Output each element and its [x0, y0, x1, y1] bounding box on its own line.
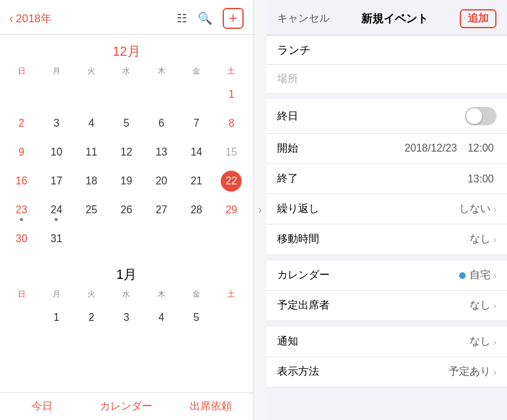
end-row[interactable]: 終了 13:00: [267, 164, 507, 194]
display-value: 予定あり: [449, 365, 491, 379]
day-12[interactable]: 12: [109, 138, 144, 166]
day-empty: [109, 225, 144, 253]
day-15[interactable]: 15: [214, 138, 249, 166]
jan-day-2[interactable]: 2: [74, 304, 109, 331]
day-empty: [144, 225, 179, 253]
day-empty: [4, 81, 39, 108]
day-11[interactable]: 11: [74, 138, 109, 166]
day-22-today[interactable]: 22: [214, 167, 249, 195]
repeat-row[interactable]: 繰り返し しない ›: [267, 194, 507, 224]
calendar-chevron-icon: ›: [493, 270, 496, 281]
weekday-sat: 土: [214, 64, 249, 78]
calendar-row[interactable]: カレンダー 自宅 ›: [267, 261, 507, 291]
day-1[interactable]: 1: [214, 81, 249, 108]
day-25[interactable]: 25: [74, 196, 109, 224]
notification-value: なし: [470, 335, 491, 348]
jan-weekday-wed: 水: [109, 287, 144, 301]
calendar-header: ‹ 2018年 ☷ 🔍 +: [0, 0, 253, 35]
day-empty: [214, 225, 249, 253]
january-days-grid: 1 2 3 4 5: [4, 304, 249, 331]
calendar-panel: ‹ 2018年 ☷ 🔍 + 12月 日 月 火 水 木 金 土: [0, 0, 254, 420]
allday-toggle[interactable]: [465, 107, 496, 125]
day-24[interactable]: 24: [39, 196, 74, 224]
cancel-button[interactable]: キャンセル: [277, 12, 330, 26]
day-29[interactable]: 29: [214, 196, 249, 224]
day-10[interactable]: 10: [39, 138, 74, 166]
calendar-footer: 今日 カレンダー 出席依頼: [0, 392, 253, 420]
add-button[interactable]: 追加: [460, 9, 496, 28]
day-31[interactable]: 31: [39, 225, 74, 253]
day-empty: [144, 81, 179, 108]
event-location-field[interactable]: [267, 65, 507, 93]
day-30[interactable]: 30: [4, 225, 39, 253]
weekdays-row: 日 月 火 水 木 金 土: [4, 64, 249, 78]
day-18[interactable]: 18: [74, 167, 109, 195]
event-location-input[interactable]: [277, 73, 496, 85]
day-20[interactable]: 20: [144, 167, 179, 195]
jan-weekday-tue: 火: [74, 287, 109, 301]
day-13[interactable]: 13: [144, 138, 179, 166]
december-days-grid: 1 2 3 4 5 6 7 8 9 10 11 12 13 14 15 16 1…: [4, 81, 249, 253]
january-title: 1月: [4, 258, 249, 287]
add-event-button[interactable]: +: [223, 8, 244, 29]
jan-day-4[interactable]: 4: [144, 304, 179, 331]
jan-day-3[interactable]: 3: [109, 304, 144, 331]
end-label: 終了: [277, 172, 468, 186]
day-19[interactable]: 19: [109, 167, 144, 195]
day-empty: [179, 81, 213, 108]
day-27[interactable]: 27: [144, 196, 179, 224]
search-icon[interactable]: 🔍: [198, 11, 212, 26]
calendar-header-icons: ☷ 🔍 +: [177, 8, 244, 29]
back-icon[interactable]: ‹: [9, 12, 13, 26]
event-name-field[interactable]: [267, 35, 507, 65]
weekday-fri: 金: [179, 64, 213, 78]
display-row[interactable]: 表示方法 予定あり ›: [267, 357, 507, 387]
day-8[interactable]: 8: [214, 110, 249, 137]
day-28[interactable]: 28: [179, 196, 213, 224]
calendar-button[interactable]: カレンダー: [84, 400, 168, 413]
day-21[interactable]: 21: [179, 167, 213, 195]
list-icon[interactable]: ☷: [177, 11, 187, 26]
day-4[interactable]: 4: [74, 110, 109, 137]
weekday-tue: 火: [74, 64, 109, 78]
event-form-body: 終日 開始 2018/12/23 12:00 終了 13:00 繰り返し しない…: [267, 35, 507, 420]
jan-weekday-thu: 木: [144, 287, 179, 301]
jan-day-1[interactable]: 1: [39, 304, 74, 331]
travel-row[interactable]: 移動時間 なし ›: [267, 224, 507, 254]
calendar-header-left: ‹ 2018年: [9, 11, 177, 26]
attendance-button[interactable]: 出席依頼: [169, 400, 253, 413]
day-2[interactable]: 2: [4, 110, 39, 137]
end-value: 13:00: [468, 173, 494, 185]
event-name-input[interactable]: [277, 43, 496, 56]
calendar-dot-icon: [459, 272, 466, 279]
allday-row[interactable]: 終日: [267, 99, 507, 134]
calendar-body: 12月 日 月 火 水 木 金 土 1 2 3: [0, 35, 253, 392]
today-button[interactable]: 今日: [0, 400, 84, 413]
weekday-sun: 日: [4, 64, 39, 78]
day-26[interactable]: 26: [109, 196, 144, 224]
day-3[interactable]: 3: [39, 110, 74, 137]
travel-label: 移動時間: [277, 232, 470, 246]
jan-day-empty: [214, 304, 249, 331]
repeat-value: しない: [459, 202, 491, 216]
weekday-mon: 月: [39, 64, 74, 78]
day-5[interactable]: 5: [109, 110, 144, 137]
day-17[interactable]: 17: [39, 167, 74, 195]
day-14[interactable]: 14: [179, 138, 213, 166]
day-16[interactable]: 16: [4, 167, 39, 195]
attendees-chevron-icon: ›: [493, 301, 496, 311]
jan-weekday-fri: 金: [179, 287, 213, 301]
event-calendar-section: カレンダー 自宅 › 予定出席者 なし ›: [267, 261, 507, 320]
day-7[interactable]: 7: [179, 110, 213, 137]
day-6[interactable]: 6: [144, 110, 179, 137]
start-row[interactable]: 開始 2018/12/23 12:00: [267, 134, 507, 164]
jan-day-empty: [4, 304, 39, 331]
day-empty: [39, 81, 74, 108]
jan-day-5[interactable]: 5: [179, 304, 213, 331]
attendees-row[interactable]: 予定出席者 なし ›: [267, 291, 507, 320]
jan-weekday-sun: 日: [4, 287, 39, 301]
day-23[interactable]: 23: [4, 196, 39, 224]
jan-weekday-mon: 月: [39, 287, 74, 301]
notification-row[interactable]: 通知 なし ›: [267, 327, 507, 357]
day-9[interactable]: 9: [4, 138, 39, 166]
